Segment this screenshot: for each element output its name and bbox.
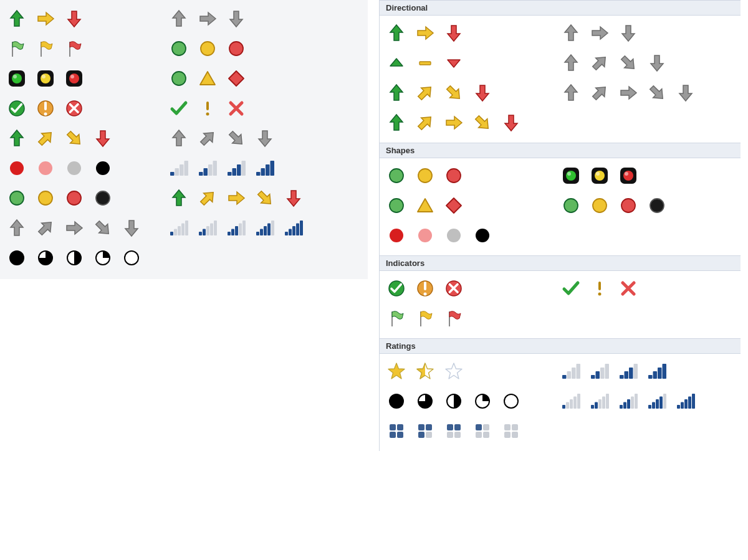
arrow-up-gray-icon — [560, 82, 582, 103]
circle-red-icon — [64, 187, 85, 209]
svg-point-14 — [70, 75, 74, 78]
arrow-up-green-icon — [168, 187, 189, 209]
flag-red-icon — [64, 38, 85, 59]
svg-point-80 — [447, 169, 461, 183]
svg-rect-116 — [634, 364, 638, 379]
icon-set[interactable] — [560, 391, 696, 412]
svg-rect-141 — [648, 405, 651, 409]
svg-rect-64 — [271, 221, 274, 235]
svg-rect-153 — [390, 432, 396, 438]
svg-marker-17 — [229, 71, 244, 86]
svg-marker-77 — [448, 60, 460, 67]
tri-up-green-icon — [386, 52, 407, 74]
svg-point-121 — [390, 394, 403, 408]
svg-point-83 — [567, 172, 571, 176]
icon-set[interactable] — [560, 195, 668, 216]
svg-point-79 — [418, 169, 432, 183]
pie-4-icon — [6, 247, 27, 268]
svg-rect-40 — [271, 161, 275, 176]
svg-point-99 — [447, 229, 461, 242]
badge-check-green-icon — [6, 98, 27, 119]
svg-point-3 — [172, 42, 186, 55]
arrow-down-gray-icon — [226, 8, 247, 29]
icon-set[interactable] — [386, 225, 493, 246]
svg-marker-75 — [390, 59, 403, 66]
pie-2-icon — [443, 391, 464, 412]
icon-set[interactable] — [386, 52, 464, 74]
icon-set[interactable] — [560, 278, 639, 299]
icon-set[interactable] — [386, 165, 464, 186]
svg-rect-162 — [454, 432, 461, 438]
icon-set — [6, 68, 85, 89]
svg-point-10 — [41, 74, 50, 83]
badge-x-red-icon — [443, 278, 464, 299]
arrow-ur-yellow-icon — [415, 112, 436, 133]
icon-set[interactable] — [560, 165, 639, 186]
icon-set[interactable] — [386, 391, 522, 412]
svg-rect-54 — [214, 221, 217, 235]
icon-set — [6, 217, 142, 239]
bars-5-2-icon — [589, 391, 610, 412]
icon-set — [168, 217, 304, 239]
badge-check-green-icon — [386, 278, 407, 299]
check-green-icon — [560, 278, 582, 299]
svg-rect-35 — [237, 164, 241, 176]
icon-set[interactable] — [386, 22, 464, 44]
bars-5-5-icon — [675, 391, 696, 412]
svg-rect-156 — [426, 424, 432, 430]
svg-rect-48 — [181, 224, 185, 236]
svg-point-15 — [172, 72, 186, 85]
svg-point-74 — [125, 251, 138, 265]
icon-set[interactable] — [560, 22, 639, 44]
circle-green-icon — [386, 195, 407, 216]
pie-3-icon — [415, 391, 436, 412]
ball-red-icon — [386, 225, 407, 246]
bars-5-1-icon — [168, 217, 189, 239]
arrow-dr-gray-icon — [646, 82, 668, 103]
icon-set[interactable] — [386, 112, 522, 133]
flag-green-icon — [6, 38, 27, 59]
icon-set[interactable] — [386, 361, 464, 382]
svg-rect-51 — [203, 229, 206, 236]
arrow-down-gray-icon — [618, 22, 639, 44]
svg-rect-61 — [260, 229, 263, 236]
arrow-down-gray-icon — [646, 52, 668, 74]
icon-set — [168, 98, 247, 119]
icon-set[interactable] — [386, 420, 522, 442]
svg-rect-31 — [208, 164, 213, 176]
svg-rect-33 — [228, 172, 232, 176]
icon-set[interactable] — [386, 82, 493, 103]
arrow-right-yellow-icon — [35, 8, 56, 29]
light-red-icon — [618, 165, 639, 186]
badge-exclaim-yellow-icon — [415, 278, 436, 299]
svg-rect-36 — [242, 161, 246, 176]
svg-rect-105 — [562, 375, 567, 379]
svg-rect-57 — [235, 226, 238, 235]
svg-point-93 — [564, 199, 578, 212]
circle-green-icon — [168, 68, 189, 89]
svg-rect-27 — [180, 164, 184, 176]
svg-point-42 — [39, 191, 52, 205]
svg-rect-59 — [242, 221, 246, 235]
svg-rect-142 — [652, 402, 655, 409]
exclaim-yellow-icon — [197, 98, 218, 119]
svg-rect-60 — [256, 232, 259, 235]
icon-set[interactable] — [560, 361, 668, 382]
icon-set[interactable] — [560, 52, 668, 74]
svg-rect-53 — [210, 224, 213, 236]
icon-set — [168, 38, 247, 59]
arrow-up-gray-icon — [6, 217, 27, 239]
icon-set[interactable] — [386, 195, 464, 216]
svg-rect-147 — [681, 402, 684, 409]
icon-set[interactable] — [386, 308, 464, 329]
svg-point-70 — [10, 251, 24, 265]
circle-green-icon — [168, 38, 189, 59]
arrow-dr-gray-icon — [226, 128, 247, 149]
svg-rect-49 — [185, 221, 188, 235]
arrow-ur-gray-icon — [589, 52, 610, 74]
icon-set[interactable] — [386, 278, 464, 299]
svg-rect-67 — [292, 226, 295, 235]
icon-set — [168, 68, 247, 89]
icon-set[interactable] — [560, 82, 696, 103]
svg-rect-140 — [635, 394, 638, 409]
